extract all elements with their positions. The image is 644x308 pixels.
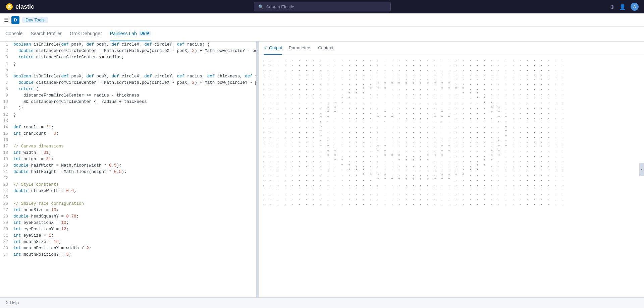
- line-number: 20: [0, 163, 13, 169]
- check-icon: ✓: [264, 45, 268, 50]
- line-code: // Style constants: [13, 182, 256, 188]
- line-number: 27: [0, 207, 13, 213]
- breadcrumb-app-icon: D: [11, 16, 19, 24]
- line-code: int charCount = 0;: [13, 131, 256, 137]
- code-line-18: 18int width = 31;: [0, 150, 256, 156]
- search-placeholder: Search Elastic: [266, 4, 294, 9]
- line-number: 25: [0, 194, 13, 201]
- hamburger-icon[interactable]: ☰: [4, 17, 9, 23]
- code-line-13: 13: [0, 118, 256, 124]
- tab-grok-debugger[interactable]: Grok Debugger: [70, 27, 102, 41]
- line-code: int mouthPositionX = width / 2;: [13, 245, 256, 252]
- line-code: boolean isInCircle(def posX, def posY, d…: [13, 42, 256, 48]
- code-line-1: 1boolean isInCircle(def posX, def posY, …: [0, 42, 256, 48]
- line-code: int eyePositionY = 12;: [13, 226, 256, 233]
- output-tabs: ✓ Output Parameters Context: [259, 42, 644, 55]
- output-content: . . . . . . . . . . . . . . . . . . . . …: [259, 55, 644, 297]
- code-line-23: 23// Style constants: [0, 182, 256, 188]
- code-line-26: 26// Smiley face configuration: [0, 201, 256, 207]
- elastic-logo[interactable]: elastic: [5, 3, 34, 11]
- share-icon[interactable]: 👤: [619, 4, 626, 10]
- code-line-8: 8 return (: [0, 86, 256, 93]
- line-number: 16: [0, 137, 13, 143]
- line-code: // Canvas dimensions: [13, 143, 256, 150]
- code-line-33: 33int mouthPositionX = width / 2;: [0, 245, 256, 252]
- breadcrumb-app-name[interactable]: Dev Tools: [22, 17, 48, 23]
- user-avatar-icon[interactable]: A: [631, 3, 639, 11]
- line-code: double distanceFromCircleCenter = Math.s…: [13, 48, 257, 54]
- line-code: double distanceFromCircleCenter = Math.s…: [13, 80, 257, 86]
- line-code: double halfHeight = Math.floor(height * …: [13, 169, 256, 175]
- code-line-6: 6boolean isOnCircle(def posX, def posY, …: [0, 73, 256, 80]
- tab-console[interactable]: Console: [5, 27, 22, 41]
- line-number: 28: [0, 213, 13, 220]
- line-code: def result = '';: [13, 124, 256, 131]
- line-code: double strokeWidth = 0.6;: [13, 188, 256, 194]
- line-code: }: [13, 61, 256, 67]
- line-number: 8: [0, 86, 13, 93]
- code-line-32: 32int mouthSize = 15;: [0, 239, 256, 245]
- line-code: int headSize = 13;: [13, 207, 256, 213]
- line-number: 18: [0, 150, 13, 156]
- search-bar[interactable]: 🔍 Search Elastic: [254, 2, 391, 11]
- line-code: }: [13, 112, 256, 118]
- code-line-20: 20double halfWidth = Math.floor(width * …: [0, 163, 256, 169]
- line-number: 7: [0, 80, 13, 86]
- help-circle-icon[interactable]: ⊕: [610, 4, 614, 10]
- code-line-25: 25: [0, 194, 256, 201]
- output-tab-output[interactable]: ✓ Output: [264, 42, 282, 55]
- code-line-30: 30int eyePositionY = 12;: [0, 226, 256, 233]
- line-number: 26: [0, 201, 13, 207]
- code-line-9: 9 distanceFromCircleCenter >= radius - t…: [0, 93, 256, 99]
- line-code: boolean isOnCircle(def posX, def posY, d…: [13, 73, 257, 80]
- line-number: 3: [0, 54, 13, 61]
- code-line-31: 31int eyeSize = 1;: [0, 233, 256, 239]
- line-code: return (: [13, 86, 256, 93]
- line-code: return distanceFromCircleCenter <= radiu…: [13, 54, 256, 61]
- svg-point-1: [9, 6, 10, 8]
- tab-search-profiler[interactable]: Search Profiler: [31, 27, 62, 41]
- line-number: 4: [0, 61, 13, 67]
- code-line-27: 27int headSize = 13;: [0, 207, 256, 213]
- editor-panel[interactable]: 1boolean isInCircle(def posX, def posY, …: [0, 42, 257, 297]
- line-code: );: [13, 105, 256, 112]
- line-number: 10: [0, 99, 13, 105]
- line-number: 22: [0, 175, 13, 182]
- output-panel: ✓ Output Parameters Context . . . . . . …: [259, 42, 644, 297]
- smiley-text-output: . . . . . . . . . . . . . . . . . . . . …: [263, 58, 640, 206]
- line-code: double headSquashY = 0.78;: [13, 213, 256, 220]
- code-line-21: 21double halfHeight = Math.floor(height …: [0, 169, 256, 175]
- code-line-16: 16: [0, 137, 256, 143]
- line-code: distanceFromCircleCenter >= radius - thi…: [13, 93, 256, 99]
- elastic-logo-text: elastic: [15, 3, 34, 10]
- line-number: 11: [0, 105, 13, 112]
- tab-painless-lab[interactable]: Painless Lab BETA: [110, 27, 151, 41]
- line-code: int height = 31;: [13, 156, 256, 163]
- line-number: 33: [0, 245, 13, 252]
- output-tab-context[interactable]: Context: [318, 42, 333, 55]
- output-tab-parameters[interactable]: Parameters: [289, 42, 311, 55]
- line-code: int mouthSize = 15;: [13, 239, 256, 245]
- line-number: 12: [0, 112, 13, 118]
- line-code: double halfWidth = Math.floor(width * 0.…: [13, 163, 256, 169]
- line-number: 24: [0, 188, 13, 194]
- elastic-logo-icon: [5, 3, 13, 11]
- code-line-15: 15int charCount = 0;: [0, 131, 256, 137]
- line-number: 19: [0, 156, 13, 163]
- right-collapse-button[interactable]: ‹: [639, 163, 644, 176]
- line-number: 31: [0, 233, 13, 239]
- line-number: 21: [0, 169, 13, 175]
- code-line-19: 19int height = 31;: [0, 156, 256, 163]
- line-number: 13: [0, 118, 13, 124]
- line-number: 34: [0, 252, 13, 258]
- code-line-3: 3 return distanceFromCircleCenter <= rad…: [0, 54, 256, 61]
- code-line-11: 11 );: [0, 105, 256, 112]
- top-nav: elastic 🔍 Search Elastic ⊕ 👤 A: [0, 0, 644, 13]
- code-line-24: 24double strokeWidth = 0.6;: [0, 188, 256, 194]
- line-number: 2: [0, 48, 13, 54]
- code-line-22: 22: [0, 175, 256, 182]
- code-line-4: 4}: [0, 61, 256, 67]
- line-number: 17: [0, 143, 13, 150]
- code-line-5: 5: [0, 67, 256, 73]
- line-number: 5: [0, 67, 13, 73]
